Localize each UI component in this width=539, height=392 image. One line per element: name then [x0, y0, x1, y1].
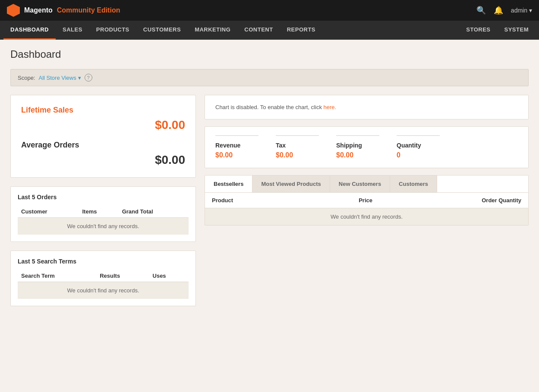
notification-bell-icon[interactable]: 🔔 [494, 6, 503, 15]
metric-quantity-value: 0 [397, 151, 440, 159]
right-panel: Chart is disabled. To enable the chart, … [205, 95, 529, 315]
dashboard-grid: Lifetime Sales $0.00 Average Orders $0.0… [10, 95, 529, 315]
search-no-records-row: We couldn't find any records. [18, 282, 189, 299]
col-results: Results [96, 270, 149, 282]
metric-shipping-value: $0.00 [336, 151, 379, 159]
logo-edition: Community Edition [57, 6, 120, 14]
nav-item-dashboard[interactable]: DASHBOARD [3, 21, 56, 40]
col-grand-total: Grand Total [119, 206, 189, 218]
lifetime-sales-label: Lifetime Sales [21, 106, 185, 115]
average-orders-label: Average Orders [21, 141, 185, 150]
metric-tax-label: Tax [276, 142, 319, 149]
metrics-card: Revenue $0.00 Tax $0.00 Shipping $0.00 Q… [205, 126, 529, 168]
scope-label: Scope: [18, 75, 35, 81]
last-5-search-terms-table: Search Term Results Uses We couldn't fin… [18, 270, 189, 299]
lifetime-sales-value: $0.00 [21, 118, 185, 132]
stats-card: Lifetime Sales $0.00 Average Orders $0.0… [10, 95, 196, 178]
tab-most-viewed-products[interactable]: Most Viewed Products [252, 176, 330, 192]
tab-new-customers[interactable]: New Customers [330, 176, 390, 192]
admin-label: admin [511, 7, 527, 14]
tab-content: Product Price Order Quantity We couldn't… [205, 193, 528, 225]
col-search-term: Search Term [18, 270, 96, 282]
admin-menu[interactable]: admin ▾ [511, 7, 532, 14]
nav-item-products[interactable]: PRODUCTS [89, 21, 136, 40]
chart-enable-link[interactable]: here. [324, 104, 337, 110]
left-panel: Lifetime Sales $0.00 Average Orders $0.0… [10, 95, 196, 315]
metric-quantity: Quantity 0 [397, 135, 440, 159]
logo-area: Magento Community Edition [7, 4, 120, 17]
col-product: Product [205, 193, 303, 208]
bestsellers-table: Product Price Order Quantity We couldn't… [205, 193, 528, 225]
col-price: Price [303, 193, 379, 208]
metric-shipping-label: Shipping [336, 142, 379, 149]
metric-revenue: Revenue $0.00 [215, 135, 258, 159]
scope-bar: Scope: All Store Views ▾ ? [10, 69, 529, 86]
chart-disabled-notice: Chart is disabled. To enable the chart, … [205, 95, 529, 119]
chart-disabled-text: Chart is disabled. To enable the chart, … [215, 104, 324, 110]
nav-item-content[interactable]: CONTENT [237, 21, 280, 40]
page-title: Dashboard [10, 48, 529, 60]
bestsellers-no-records-row: We couldn't find any records. [205, 208, 528, 226]
last-5-orders-title: Last 5 Orders [18, 194, 189, 201]
metric-revenue-value: $0.00 [215, 151, 258, 159]
tabs-card: Bestsellers Most Viewed Products New Cus… [205, 175, 529, 226]
search-no-records-text: We couldn't find any records. [18, 282, 189, 299]
metric-revenue-line [215, 135, 258, 136]
last-5-search-terms-title: Last 5 Search Terms [18, 258, 189, 265]
scope-help-icon[interactable]: ? [85, 74, 92, 82]
scope-value: All Store Views [38, 75, 76, 81]
nav-item-system[interactable]: SYSTEM [498, 21, 536, 40]
nav-item-reports[interactable]: REPORTS [280, 21, 322, 40]
col-customer: Customer [18, 206, 79, 218]
col-order-quantity: Order Quantity [379, 193, 528, 208]
metric-shipping: Shipping $0.00 [336, 135, 379, 159]
tab-customers[interactable]: Customers [390, 176, 437, 192]
top-bar-right: 🔍 🔔 admin ▾ [476, 6, 532, 15]
last-5-orders-section: Last 5 Orders Customer Items Grand Total… [10, 186, 196, 242]
metric-tax-value: $0.00 [276, 151, 319, 159]
magento-logo-icon [7, 4, 20, 17]
orders-no-records-text: We couldn't find any records. [18, 218, 189, 235]
metric-revenue-label: Revenue [215, 142, 258, 149]
nav-item-sales[interactable]: SALES [56, 21, 89, 40]
metric-tax: Tax $0.00 [276, 135, 319, 159]
tabs-header: Bestsellers Most Viewed Products New Cus… [205, 176, 528, 193]
orders-no-records-row: We couldn't find any records. [18, 218, 189, 235]
last-5-orders-table: Customer Items Grand Total We couldn't f… [18, 206, 189, 235]
main-nav: DASHBOARD SALES PRODUCTS CUSTOMERS MARKE… [0, 21, 539, 40]
scope-select[interactable]: All Store Views ▾ [38, 75, 81, 81]
scope-chevron-icon: ▾ [78, 75, 81, 81]
bestsellers-no-records-text: We couldn't find any records. [205, 208, 528, 226]
metric-tax-line [276, 135, 319, 136]
col-items: Items [79, 206, 118, 218]
search-icon[interactable]: 🔍 [476, 6, 486, 15]
metric-shipping-line [336, 135, 379, 136]
average-orders-value: $0.00 [21, 153, 185, 167]
logo-text: Magento [24, 6, 53, 14]
metric-quantity-label: Quantity [397, 142, 440, 149]
metric-quantity-line [397, 135, 440, 136]
nav-item-marketing[interactable]: MARKETING [188, 21, 237, 40]
last-5-search-terms-section: Last 5 Search Terms Search Term Results … [10, 251, 196, 306]
top-bar: Magento Community Edition 🔍 🔔 admin ▾ [0, 0, 539, 21]
tab-bestsellers[interactable]: Bestsellers [205, 176, 252, 192]
admin-chevron-icon: ▾ [529, 7, 532, 14]
col-uses: Uses [149, 270, 189, 282]
nav-item-customers[interactable]: CUSTOMERS [136, 21, 188, 40]
nav-item-stores[interactable]: STORES [459, 21, 497, 40]
page-content: Dashboard Scope: All Store Views ▾ ? Lif… [0, 40, 539, 323]
